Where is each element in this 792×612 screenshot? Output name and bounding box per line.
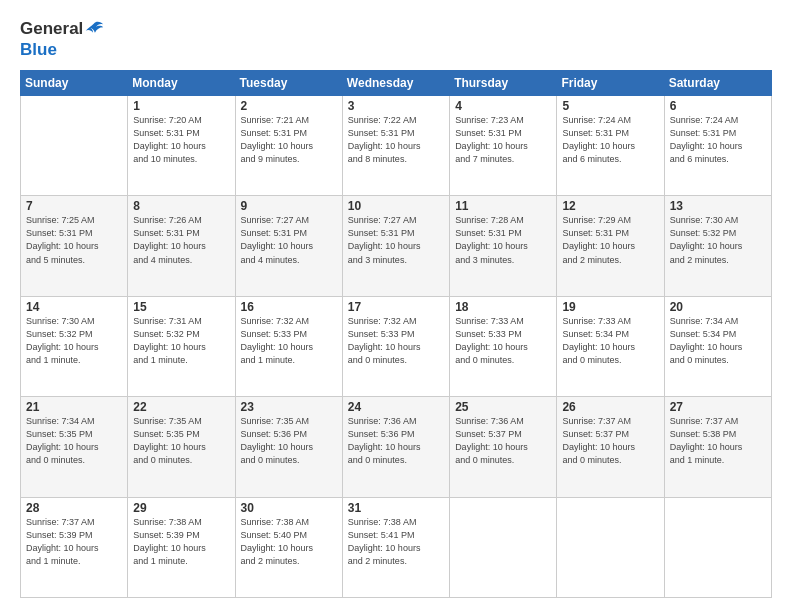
day-number: 15	[133, 300, 229, 314]
day-number: 24	[348, 400, 444, 414]
day-info: Sunrise: 7:30 AMSunset: 5:32 PMDaylight:…	[670, 214, 766, 266]
calendar-cell: 23Sunrise: 7:35 AMSunset: 5:36 PMDayligh…	[235, 397, 342, 497]
day-number: 6	[670, 99, 766, 113]
header: General Blue	[20, 18, 772, 60]
day-header-monday: Monday	[128, 71, 235, 96]
day-info: Sunrise: 7:37 AMSunset: 5:39 PMDaylight:…	[26, 516, 122, 568]
day-info: Sunrise: 7:33 AMSunset: 5:33 PMDaylight:…	[455, 315, 551, 367]
day-number: 26	[562, 400, 658, 414]
calendar-cell: 3Sunrise: 7:22 AMSunset: 5:31 PMDaylight…	[342, 96, 449, 196]
calendar-cell: 27Sunrise: 7:37 AMSunset: 5:38 PMDayligh…	[664, 397, 771, 497]
day-info: Sunrise: 7:37 AMSunset: 5:37 PMDaylight:…	[562, 415, 658, 467]
day-number: 20	[670, 300, 766, 314]
day-header-wednesday: Wednesday	[342, 71, 449, 96]
day-info: Sunrise: 7:24 AMSunset: 5:31 PMDaylight:…	[670, 114, 766, 166]
day-number: 17	[348, 300, 444, 314]
day-number: 23	[241, 400, 337, 414]
calendar-cell: 24Sunrise: 7:36 AMSunset: 5:36 PMDayligh…	[342, 397, 449, 497]
calendar-cell	[557, 497, 664, 597]
day-header-saturday: Saturday	[664, 71, 771, 96]
day-number: 19	[562, 300, 658, 314]
calendar-cell	[450, 497, 557, 597]
day-number: 1	[133, 99, 229, 113]
calendar-cell: 21Sunrise: 7:34 AMSunset: 5:35 PMDayligh…	[21, 397, 128, 497]
day-number: 7	[26, 199, 122, 213]
calendar-cell: 22Sunrise: 7:35 AMSunset: 5:35 PMDayligh…	[128, 397, 235, 497]
day-info: Sunrise: 7:27 AMSunset: 5:31 PMDaylight:…	[348, 214, 444, 266]
day-header-friday: Friday	[557, 71, 664, 96]
logo-general-text: General	[20, 19, 83, 39]
calendar-cell: 12Sunrise: 7:29 AMSunset: 5:31 PMDayligh…	[557, 196, 664, 296]
calendar-cell: 26Sunrise: 7:37 AMSunset: 5:37 PMDayligh…	[557, 397, 664, 497]
calendar-table: SundayMondayTuesdayWednesdayThursdayFrid…	[20, 70, 772, 598]
calendar-week-row: 28Sunrise: 7:37 AMSunset: 5:39 PMDayligh…	[21, 497, 772, 597]
calendar-cell: 29Sunrise: 7:38 AMSunset: 5:39 PMDayligh…	[128, 497, 235, 597]
logo: General Blue	[20, 18, 105, 60]
calendar-cell: 30Sunrise: 7:38 AMSunset: 5:40 PMDayligh…	[235, 497, 342, 597]
day-info: Sunrise: 7:38 AMSunset: 5:40 PMDaylight:…	[241, 516, 337, 568]
day-info: Sunrise: 7:23 AMSunset: 5:31 PMDaylight:…	[455, 114, 551, 166]
day-header-tuesday: Tuesday	[235, 71, 342, 96]
calendar-cell	[664, 497, 771, 597]
calendar-cell: 9Sunrise: 7:27 AMSunset: 5:31 PMDaylight…	[235, 196, 342, 296]
day-info: Sunrise: 7:27 AMSunset: 5:31 PMDaylight:…	[241, 214, 337, 266]
calendar-cell: 11Sunrise: 7:28 AMSunset: 5:31 PMDayligh…	[450, 196, 557, 296]
calendar-page: General Blue SundayMondayTuesdayWednesda…	[0, 0, 792, 612]
day-number: 11	[455, 199, 551, 213]
day-number: 27	[670, 400, 766, 414]
calendar-cell: 7Sunrise: 7:25 AMSunset: 5:31 PMDaylight…	[21, 196, 128, 296]
calendar-cell: 25Sunrise: 7:36 AMSunset: 5:37 PMDayligh…	[450, 397, 557, 497]
calendar-cell: 16Sunrise: 7:32 AMSunset: 5:33 PMDayligh…	[235, 296, 342, 396]
day-info: Sunrise: 7:36 AMSunset: 5:37 PMDaylight:…	[455, 415, 551, 467]
calendar-cell: 6Sunrise: 7:24 AMSunset: 5:31 PMDaylight…	[664, 96, 771, 196]
day-info: Sunrise: 7:35 AMSunset: 5:36 PMDaylight:…	[241, 415, 337, 467]
day-info: Sunrise: 7:22 AMSunset: 5:31 PMDaylight:…	[348, 114, 444, 166]
day-info: Sunrise: 7:24 AMSunset: 5:31 PMDaylight:…	[562, 114, 658, 166]
logo-blue-text: Blue	[20, 40, 57, 59]
day-number: 29	[133, 501, 229, 515]
day-number: 21	[26, 400, 122, 414]
day-info: Sunrise: 7:34 AMSunset: 5:34 PMDaylight:…	[670, 315, 766, 367]
day-number: 8	[133, 199, 229, 213]
calendar-cell: 2Sunrise: 7:21 AMSunset: 5:31 PMDaylight…	[235, 96, 342, 196]
day-header-thursday: Thursday	[450, 71, 557, 96]
day-info: Sunrise: 7:28 AMSunset: 5:31 PMDaylight:…	[455, 214, 551, 266]
day-number: 14	[26, 300, 122, 314]
day-info: Sunrise: 7:34 AMSunset: 5:35 PMDaylight:…	[26, 415, 122, 467]
calendar-cell: 5Sunrise: 7:24 AMSunset: 5:31 PMDaylight…	[557, 96, 664, 196]
day-number: 12	[562, 199, 658, 213]
day-number: 9	[241, 199, 337, 213]
calendar-cell: 28Sunrise: 7:37 AMSunset: 5:39 PMDayligh…	[21, 497, 128, 597]
day-number: 2	[241, 99, 337, 113]
calendar-cell: 20Sunrise: 7:34 AMSunset: 5:34 PMDayligh…	[664, 296, 771, 396]
day-info: Sunrise: 7:33 AMSunset: 5:34 PMDaylight:…	[562, 315, 658, 367]
calendar-cell: 15Sunrise: 7:31 AMSunset: 5:32 PMDayligh…	[128, 296, 235, 396]
day-info: Sunrise: 7:30 AMSunset: 5:32 PMDaylight:…	[26, 315, 122, 367]
day-info: Sunrise: 7:26 AMSunset: 5:31 PMDaylight:…	[133, 214, 229, 266]
day-number: 5	[562, 99, 658, 113]
calendar-cell: 13Sunrise: 7:30 AMSunset: 5:32 PMDayligh…	[664, 196, 771, 296]
calendar-week-row: 7Sunrise: 7:25 AMSunset: 5:31 PMDaylight…	[21, 196, 772, 296]
calendar-cell: 8Sunrise: 7:26 AMSunset: 5:31 PMDaylight…	[128, 196, 235, 296]
day-info: Sunrise: 7:32 AMSunset: 5:33 PMDaylight:…	[241, 315, 337, 367]
logo-bird-icon	[83, 18, 105, 40]
day-info: Sunrise: 7:21 AMSunset: 5:31 PMDaylight:…	[241, 114, 337, 166]
calendar-cell: 18Sunrise: 7:33 AMSunset: 5:33 PMDayligh…	[450, 296, 557, 396]
day-info: Sunrise: 7:36 AMSunset: 5:36 PMDaylight:…	[348, 415, 444, 467]
calendar-cell: 19Sunrise: 7:33 AMSunset: 5:34 PMDayligh…	[557, 296, 664, 396]
calendar-cell: 14Sunrise: 7:30 AMSunset: 5:32 PMDayligh…	[21, 296, 128, 396]
day-header-sunday: Sunday	[21, 71, 128, 96]
calendar-cell: 17Sunrise: 7:32 AMSunset: 5:33 PMDayligh…	[342, 296, 449, 396]
day-info: Sunrise: 7:38 AMSunset: 5:41 PMDaylight:…	[348, 516, 444, 568]
day-number: 13	[670, 199, 766, 213]
calendar-cell: 4Sunrise: 7:23 AMSunset: 5:31 PMDaylight…	[450, 96, 557, 196]
calendar-cell: 10Sunrise: 7:27 AMSunset: 5:31 PMDayligh…	[342, 196, 449, 296]
calendar-week-row: 14Sunrise: 7:30 AMSunset: 5:32 PMDayligh…	[21, 296, 772, 396]
day-number: 4	[455, 99, 551, 113]
day-number: 31	[348, 501, 444, 515]
calendar-cell: 1Sunrise: 7:20 AMSunset: 5:31 PMDaylight…	[128, 96, 235, 196]
day-info: Sunrise: 7:29 AMSunset: 5:31 PMDaylight:…	[562, 214, 658, 266]
day-info: Sunrise: 7:35 AMSunset: 5:35 PMDaylight:…	[133, 415, 229, 467]
day-number: 25	[455, 400, 551, 414]
calendar-cell	[21, 96, 128, 196]
